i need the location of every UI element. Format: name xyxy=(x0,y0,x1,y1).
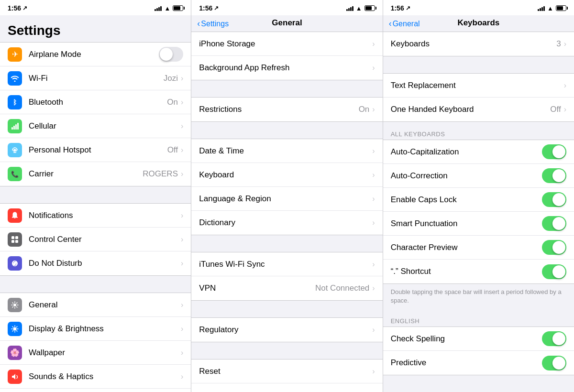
keyboards-back-label: General xyxy=(393,19,420,28)
one-handed-label: One Handed Keyboard xyxy=(391,105,551,114)
sounds-row[interactable]: Sounds & Haptics › xyxy=(0,365,191,389)
keyboards-back-button[interactable]: ‹ General xyxy=(389,19,420,29)
hotspot-icon xyxy=(8,143,22,157)
auto-correct-row[interactable]: Auto-Correction xyxy=(383,164,574,188)
control-center-label: Control Center xyxy=(29,235,181,244)
dictionary-label: Dictionary xyxy=(199,218,372,228)
wifi-status-icon-3: ▲ xyxy=(547,5,553,12)
bottom-spacer-3 xyxy=(383,375,574,390)
general-back-button[interactable]: ‹ Settings xyxy=(197,19,229,29)
bluetooth-row[interactable]: ᛒ Bluetooth On › xyxy=(0,90,191,114)
cellular-icon xyxy=(8,119,22,133)
restrictions-label: Restrictions xyxy=(199,105,358,114)
general-group-4: iTunes Wi-Fi Sync › VPN Not Connected › xyxy=(191,252,382,301)
bluetooth-label: Bluetooth xyxy=(29,98,167,107)
check-spelling-toggle[interactable] xyxy=(542,331,566,346)
general-group-5: Regulatory › xyxy=(191,317,382,342)
period-shortcut-toggle[interactable] xyxy=(542,264,566,279)
auto-cap-row[interactable]: Auto-Capitalization xyxy=(383,140,574,164)
hotspot-row[interactable]: Personal Hotspot Off › xyxy=(0,138,191,162)
itunes-sync-chevron: › xyxy=(372,260,375,269)
restrictions-chevron: › xyxy=(372,105,375,114)
notifications-row[interactable]: Notifications › xyxy=(0,204,191,228)
airplane-toggle-knob xyxy=(160,48,173,61)
restrictions-row[interactable]: Restrictions On › xyxy=(191,98,382,121)
background-refresh-chevron: › xyxy=(372,64,375,72)
notifications-label: Notifications xyxy=(29,211,181,220)
wallpaper-chevron: › xyxy=(181,348,183,357)
status-time-2: 1:56 xyxy=(199,4,212,12)
itunes-sync-row[interactable]: iTunes Wi-Fi Sync › xyxy=(191,252,382,276)
settings-list[interactable]: ✈ Airplane Mode Wi-Fi Jozi › ᛒ xyxy=(0,42,191,392)
predictive-toggle[interactable] xyxy=(542,356,566,370)
smart-punct-toggle[interactable] xyxy=(542,216,566,231)
dictionary-row[interactable]: Dictionary › xyxy=(191,211,382,235)
dictionary-chevron: › xyxy=(372,218,375,227)
auto-correct-toggle[interactable] xyxy=(542,168,566,183)
text-replacement-row[interactable]: Text Replacement › xyxy=(383,74,574,98)
language-chevron: › xyxy=(372,195,375,203)
period-shortcut-label: “.” Shortcut xyxy=(391,267,542,276)
auto-cap-toggle[interactable] xyxy=(542,144,566,159)
period-shortcut-row[interactable]: “.” Shortcut xyxy=(383,260,574,283)
date-time-row[interactable]: Date & Time › xyxy=(191,139,382,163)
dnd-row[interactable]: Do Not Disturb › xyxy=(0,251,191,275)
battery-fill-2 xyxy=(365,6,372,10)
signal-bar-3-4 xyxy=(543,6,545,11)
hotspot-chevron: › xyxy=(181,146,183,154)
cellular-row[interactable]: Cellular › xyxy=(0,114,191,138)
control-center-row[interactable]: Control Center › xyxy=(0,228,191,251)
char-preview-toggle[interactable] xyxy=(542,240,566,255)
hotspot-value: Off xyxy=(167,145,178,155)
general-back-label: Settings xyxy=(201,19,229,28)
signal-bar-3-3 xyxy=(541,7,543,11)
language-row[interactable]: Language & Region › xyxy=(191,187,382,211)
char-preview-row[interactable]: Character Preview xyxy=(383,236,574,260)
airplane-toggle[interactable] xyxy=(159,47,183,62)
general-list[interactable]: iPhone Storage › Background App Refresh … xyxy=(191,32,382,392)
signal-bar-2-4 xyxy=(352,6,353,11)
battery-icon-1 xyxy=(173,5,183,11)
display-row[interactable]: Display & Brightness › xyxy=(0,317,191,341)
general-row[interactable]: General › xyxy=(0,293,191,317)
check-spelling-row[interactable]: Check Spelling xyxy=(383,327,574,351)
location-icon-1: ↗ xyxy=(22,5,27,11)
siri-row[interactable]: Siri & Search › xyxy=(0,389,191,392)
keyboards-list[interactable]: Keyboards 3 › Text Replacement › One Han… xyxy=(383,32,574,392)
shutdown-row[interactable]: Shut Down xyxy=(191,383,382,392)
predictive-row[interactable]: Predictive xyxy=(383,351,574,375)
wallpaper-row[interactable]: 🌸 Wallpaper › xyxy=(0,341,191,365)
svg-line-20 xyxy=(12,330,13,331)
restrictions-value: On xyxy=(359,105,370,114)
auto-correct-label: Auto-Correction xyxy=(391,171,542,181)
airplane-icon: ✈ xyxy=(8,47,22,62)
display-icon xyxy=(8,322,22,336)
svg-rect-1 xyxy=(13,126,15,130)
reset-row[interactable]: Reset › xyxy=(191,359,382,383)
keyboard-row[interactable]: Keyboard › xyxy=(191,163,382,187)
keyboards-title: Keyboards xyxy=(457,18,499,27)
iphone-storage-row[interactable]: iPhone Storage › xyxy=(191,32,382,56)
english-header: ENGLISH xyxy=(383,314,574,327)
signal-bar-3 xyxy=(158,7,160,11)
settings-group-notifications: Notifications › Control Center › xyxy=(0,203,191,276)
one-handed-row[interactable]: One Handed Keyboard Off › xyxy=(383,98,574,121)
airplane-mode-row[interactable]: ✈ Airplane Mode xyxy=(0,43,191,66)
caps-lock-row[interactable]: Enable Caps Lock xyxy=(383,188,574,212)
wifi-row[interactable]: Wi-Fi Jozi › xyxy=(0,66,191,90)
background-refresh-row[interactable]: Background App Refresh › xyxy=(191,56,382,80)
carrier-label: Carrier xyxy=(29,169,143,179)
dnd-chevron: › xyxy=(181,259,183,268)
one-handed-value: Off xyxy=(550,105,561,114)
keyboards-count-row[interactable]: Keyboards 3 › xyxy=(383,32,574,56)
vpn-row[interactable]: VPN Not Connected › xyxy=(191,276,382,300)
caps-lock-toggle[interactable] xyxy=(542,192,566,207)
itunes-sync-label: iTunes Wi-Fi Sync xyxy=(199,260,372,269)
smart-punct-row[interactable]: Smart Punctuation xyxy=(383,212,574,236)
battery-icon-3 xyxy=(556,5,566,11)
carrier-row[interactable]: 📞 Carrier ROGERS › xyxy=(0,162,191,186)
general-group-3: Date & Time › Keyboard › Language & Regi… xyxy=(191,139,382,235)
regulatory-row[interactable]: Regulatory › xyxy=(191,318,382,342)
keyboards-count-label: Keyboards xyxy=(391,39,557,49)
check-spelling-toggle-knob xyxy=(552,332,565,345)
